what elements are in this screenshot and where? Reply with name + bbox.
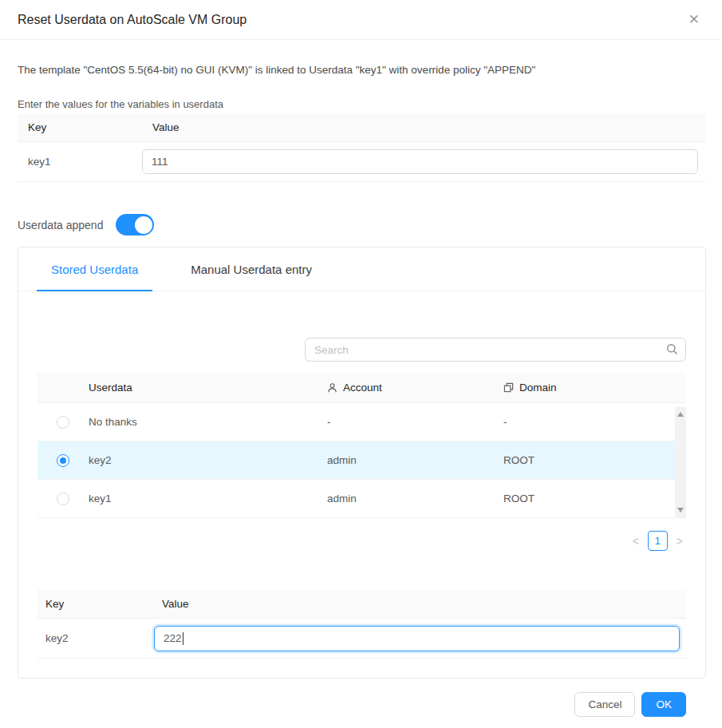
search-icon[interactable] [666, 343, 678, 355]
close-icon[interactable]: ✕ [685, 10, 703, 30]
stored-userdata-panel: Userdata Account [18, 291, 705, 678]
pagination-next-icon[interactable]: > [675, 534, 685, 548]
selected-value-header: Value [154, 598, 686, 610]
table-row-no-thanks[interactable]: No thanks - - [37, 403, 686, 441]
cancel-button[interactable]: Cancel [574, 692, 635, 717]
tab-bar: Stored Userdata Manual Userdata entry [18, 247, 705, 291]
account-cell: admin [327, 454, 503, 466]
text-cursor [183, 632, 183, 645]
modal-title: Reset Userdata on AutoScale VM Group [18, 13, 247, 27]
pagination-prev-icon[interactable]: < [631, 534, 641, 548]
variables-value-header: Value [142, 121, 706, 133]
table-row-key2[interactable]: key2 admin ROOT [37, 441, 686, 480]
radio-key2[interactable] [57, 454, 69, 467]
userdata-append-toggle[interactable] [116, 214, 154, 235]
variables-key-header: Key [18, 121, 142, 133]
userdata-selection-card: Stored Userdata Manual Userdata entry [18, 247, 706, 679]
userdata-column-header: Userdata [89, 382, 132, 394]
domain-cell: ROOT [503, 454, 686, 466]
ok-button[interactable]: OK [641, 692, 686, 717]
tab-stored-userdata[interactable]: Stored Userdata [37, 247, 152, 291]
modal-footer: Cancel OK [18, 692, 706, 717]
variables-table: Key Value key1 [18, 113, 706, 182]
user-icon [327, 382, 337, 394]
domain-icon [503, 382, 514, 393]
userdata-cell: No thanks [89, 416, 327, 428]
userdata-cell: key2 [89, 454, 327, 466]
pagination-page-1[interactable]: 1 [648, 531, 668, 551]
selected-variables-table-header: Key Value [37, 589, 686, 619]
modal-body: The template "CentOS 5.5(64-bit) no GUI … [0, 62, 722, 717]
selected-variables-table: Key Value key2 222 [37, 589, 686, 659]
variables-table-header: Key Value [18, 113, 706, 142]
userdata-cell: key1 [89, 493, 327, 504]
toggle-knob [135, 216, 152, 234]
radio-key1[interactable] [57, 493, 69, 505]
search-box [305, 338, 686, 362]
stored-userdata-table-header: Userdata Account [37, 373, 686, 403]
account-cell: admin [327, 493, 503, 504]
selected-key-header: Key [37, 598, 154, 610]
tab-manual-userdata-entry[interactable]: Manual Userdata entry [176, 247, 326, 291]
radio-no-thanks[interactable] [57, 416, 69, 429]
account-column-header: Account [343, 382, 382, 394]
pagination: < 1 > [37, 531, 686, 551]
variable-key2-value-input[interactable]: 222 [154, 626, 680, 651]
variable-key-label: key1 [18, 156, 142, 168]
modal-header: Reset Userdata on AutoScale VM Group ✕ [0, 0, 722, 40]
search-input[interactable] [305, 338, 686, 362]
userdata-append-row: Userdata append [18, 214, 706, 235]
scrollbar-up-icon[interactable] [677, 412, 684, 417]
userdata-append-label: Userdata append [18, 219, 103, 231]
table-scrollbar[interactable] [675, 407, 686, 517]
scrollbar-down-icon[interactable] [677, 508, 684, 512]
variables-instruction-label: Enter the values for the variables in us… [18, 98, 706, 110]
table-row-key1[interactable]: key1 admin ROOT [37, 480, 686, 518]
table-row: key2 222 [37, 619, 686, 659]
stored-userdata-table: Userdata Account [37, 373, 686, 518]
table-row: key1 [18, 142, 706, 182]
account-cell: - [327, 416, 503, 428]
domain-cell: ROOT [503, 493, 686, 504]
domain-column-header: Domain [519, 382, 557, 394]
domain-cell: - [503, 416, 686, 428]
template-linked-message: The template "CentOS 5.5(64-bit) no GUI … [18, 62, 706, 78]
variable-key1-value-input[interactable] [142, 149, 698, 174]
selected-variable-key-label: key2 [37, 632, 154, 644]
